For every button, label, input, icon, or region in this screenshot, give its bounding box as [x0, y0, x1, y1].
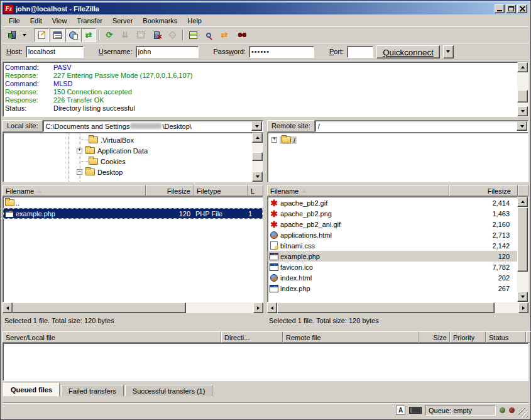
directory-comparison-button[interactable] — [185, 28, 200, 42]
menu-file[interactable]: File — [4, 16, 25, 26]
remote-site-dropdown[interactable] — [517, 121, 527, 131]
scroll-right-button[interactable] — [253, 302, 263, 313]
column-header-filesize[interactable]: Filesize — [146, 185, 194, 196]
table-row[interactable]: .. — [3, 197, 263, 208]
table-row[interactable]: applications.html2,713 — [268, 229, 517, 240]
quickconnect-button[interactable]: Quickconnect — [376, 45, 440, 58]
menu-edit[interactable]: Edit — [25, 16, 47, 26]
scroll-thumb[interactable] — [517, 90, 528, 102]
maximize-button[interactable] — [506, 4, 516, 13]
column-header-filesize[interactable]: Filesize — [449, 185, 518, 196]
column-header-filename[interactable]: Filename — [3, 185, 146, 196]
table-row-selected[interactable]: example.php 120 PHP File 1 — [3, 208, 263, 219]
log-scrollbar[interactable] — [517, 62, 528, 116]
menu-view[interactable]: View — [47, 16, 72, 26]
minimize-button[interactable] — [495, 4, 505, 13]
password-input[interactable] — [249, 46, 314, 58]
local-hscrollbar[interactable] — [3, 302, 263, 313]
column-header-last-modified[interactable]: L — [248, 185, 263, 196]
tree-item[interactable]: +Application Data — [3, 145, 252, 156]
chevron-down-icon — [23, 34, 26, 36]
table-row-selected[interactable]: example.php120 — [268, 251, 517, 262]
expand-icon[interactable]: + — [77, 148, 82, 153]
sort-asc-icon — [37, 190, 42, 193]
php-file-icon — [270, 285, 278, 292]
table-row[interactable]: bitnami.css2,142 — [268, 240, 517, 251]
remote-site-combobox[interactable]: / — [315, 120, 528, 132]
table-row[interactable]: favicon.ico7,782 — [268, 262, 517, 272]
refresh-button[interactable]: ⟳ — [102, 28, 117, 42]
column-header-direction[interactable]: Directi... — [221, 331, 283, 343]
menu-help[interactable]: Help — [182, 16, 207, 26]
tree-item[interactable]: +/ — [268, 135, 528, 145]
table-row[interactable]: index.php267 — [268, 283, 517, 294]
menu-transfer[interactable]: Transfer — [72, 16, 107, 26]
remote-directory-tree: +/ — [267, 132, 528, 182]
expand-icon[interactable]: + — [271, 137, 277, 143]
tab-successful-transfers[interactable]: Successful transfers (1) — [125, 385, 213, 396]
column-header-remote-file[interactable]: Remote file — [283, 331, 419, 343]
table-row[interactable]: ✱apache_pb2.png1,463 — [268, 208, 517, 219]
scroll-thumb[interactable] — [13, 302, 186, 313]
remote-file-list: ✱apache_pb2.gif2,414 ✱apache_pb2.png1,46… — [267, 196, 528, 302]
reconnect-button[interactable] — [165, 28, 180, 42]
remote-list-scrollbar[interactable] — [517, 197, 528, 302]
scroll-up-button[interactable] — [252, 133, 263, 143]
column-header-server-local-file[interactable]: Server/Local file — [3, 331, 221, 343]
process-queue-button[interactable]: ⇊ — [118, 28, 133, 42]
tab-queued-files[interactable]: Queued files — [3, 383, 60, 396]
remote-hscrollbar[interactable] — [267, 302, 528, 313]
resize-grip[interactable] — [518, 408, 528, 417]
close-button[interactable] — [517, 4, 527, 13]
host-input[interactable] — [26, 46, 84, 58]
scroll-up-button[interactable] — [517, 62, 528, 72]
cancel-operation-button[interactable]: ✕ — [133, 28, 148, 42]
transfer-queue-list[interactable] — [3, 343, 528, 381]
title-bar[interactable]: Fz john@localhost - FileZilla — [3, 3, 528, 14]
toggle-transfer-queue-button[interactable]: ⇄ — [81, 28, 96, 42]
toggle-local-tree-button[interactable] — [50, 28, 65, 42]
local-site-combobox[interactable]: C:\Documents and Settings\Desktop\ — [43, 120, 263, 132]
synchronized-browsing-button[interactable] — [201, 28, 216, 42]
quickconnect-dropdown[interactable] — [443, 45, 454, 58]
tab-failed-transfers[interactable]: Failed transfers — [61, 385, 124, 396]
scroll-thumb[interactable] — [252, 152, 263, 161]
column-header-status[interactable]: Status — [486, 331, 526, 343]
find-files-button[interactable] — [233, 28, 248, 42]
local-tree-scrollbar[interactable] — [252, 133, 263, 182]
scroll-up-button[interactable] — [517, 197, 528, 207]
site-manager-dropdown[interactable] — [20, 28, 28, 42]
menu-server[interactable]: Server — [107, 16, 138, 26]
tree-item[interactable]: .VirtualBox — [3, 135, 252, 145]
column-header-filename[interactable]: Filename — [267, 185, 449, 196]
scroll-down-button[interactable] — [252, 172, 263, 182]
scroll-thumb[interactable] — [517, 207, 528, 271]
scroll-down-button[interactable] — [517, 106, 528, 116]
column-header-priority[interactable]: Priority — [450, 331, 486, 343]
arrow-down-icon — [521, 296, 525, 298]
port-input[interactable] — [347, 46, 373, 58]
log-line: Response:226 Transfer OK — [5, 96, 517, 104]
scroll-left-button[interactable] — [267, 302, 277, 313]
tree-item[interactable]: −Desktop — [3, 167, 252, 177]
table-row[interactable]: ✱apache_pb2.gif2,414 — [268, 197, 517, 208]
scroll-thumb[interactable] — [277, 302, 495, 313]
table-row[interactable]: ✱apache_pb2_ani.gif2,160 — [268, 219, 517, 229]
table-row[interactable]: index.html202 — [268, 272, 517, 283]
menu-bookmarks[interactable]: Bookmarks — [138, 16, 182, 26]
toggle-remote-tree-button[interactable] — [65, 28, 80, 42]
scroll-down-button[interactable] — [517, 292, 528, 302]
folder-icon — [85, 147, 95, 154]
local-site-dropdown[interactable] — [251, 121, 262, 131]
directory-listing-filters-button[interactable]: ⇄ — [217, 28, 232, 42]
scroll-right-button[interactable] — [518, 302, 528, 313]
scroll-left-button[interactable] — [3, 302, 13, 313]
disconnect-button[interactable] — [149, 28, 164, 42]
collapse-icon[interactable]: − — [77, 169, 82, 175]
column-header-filetype[interactable]: Filetype — [194, 185, 248, 196]
site-manager-button[interactable] — [4, 28, 19, 42]
username-input[interactable] — [136, 46, 199, 58]
toggle-message-log-button[interactable] — [34, 28, 49, 42]
tree-item[interactable]: Cookies — [3, 156, 252, 167]
column-header-size[interactable]: Size — [419, 331, 450, 343]
